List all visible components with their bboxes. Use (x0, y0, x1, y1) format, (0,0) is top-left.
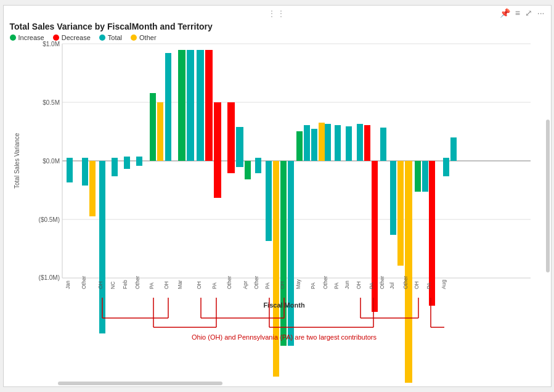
filter-icon[interactable]: ≡ (515, 8, 520, 18)
legend-other: Other (131, 34, 157, 41)
bar-jan-other-other (89, 161, 96, 216)
svg-text:PA: PA (369, 282, 375, 289)
svg-text:Other: Other (379, 276, 385, 289)
svg-text:Other: Other (402, 276, 409, 289)
svg-text:Aug: Aug (441, 280, 447, 289)
svg-text:Jul: Jul (389, 282, 395, 289)
chart-title: Total Sales Variance by FiscalMonth and … (10, 22, 545, 31)
bar-pa-apr-total (266, 161, 272, 241)
svg-text:Apr: Apr (242, 281, 248, 289)
bar-jun-total (346, 126, 352, 161)
legend-increase: Increase (10, 34, 44, 41)
chart-svg: $1.0M $0.5M $0.0M ($0.5M) ($1.0M) (23, 44, 545, 278)
svg-text:($1.0M): ($1.0M) (38, 274, 59, 281)
y-axis-label: Total Sales Variance (10, 44, 23, 278)
bar-pa-feb-increase (150, 93, 156, 161)
legend-total: Total (99, 34, 122, 41)
bar-oh-mar-total (197, 50, 204, 161)
annotation-text: Ohio (OH) and Pennsylvania (PA) are two … (192, 333, 377, 341)
svg-text:$0.0M: $0.0M (43, 158, 60, 165)
bar-jul-total (390, 161, 396, 235)
scrollbar-horizontal[interactable] (58, 382, 222, 385)
svg-text:OH: OH (163, 281, 169, 289)
bar-mar-total (187, 50, 194, 161)
bar-feb-other-total (136, 157, 142, 166)
bar-apr-increase (245, 161, 251, 179)
svg-text:Jun: Jun (344, 280, 350, 289)
bar-other-jul-other (405, 161, 412, 383)
more-icon[interactable]: ··· (537, 8, 545, 18)
bar-other-jun-total (380, 128, 386, 161)
svg-text:OH: OH (413, 281, 420, 289)
legend-total-label: Total (108, 34, 122, 41)
svg-text:PA: PA (211, 282, 218, 289)
bar-other-mar-decrease (227, 102, 235, 173)
chart-card: ⋮⋮ 📌 ≡ ⤢ ··· Total Sales Variance by Fis… (3, 5, 552, 387)
bar-oh-jul-increase (415, 161, 421, 192)
bar-may-increase (296, 131, 303, 161)
bar-aug-total2 (450, 137, 457, 161)
bar-jan-total (67, 158, 73, 182)
drag-handle[interactable]: ⋮⋮ (268, 9, 287, 18)
legend-decrease-label: Decrease (62, 34, 91, 41)
svg-text:PA: PA (333, 282, 340, 289)
bar-other-mar-total (236, 127, 243, 167)
expand-icon[interactable]: ⤢ (525, 8, 532, 18)
svg-text:Other: Other (81, 276, 87, 289)
svg-text:Other: Other (253, 276, 259, 289)
other-dot (131, 35, 137, 41)
svg-text:PA: PA (310, 282, 316, 289)
svg-text:OH: OH (279, 281, 285, 289)
pin-icon[interactable]: 📌 (500, 8, 510, 18)
svg-text:OH: OH (97, 281, 104, 289)
svg-text:OH: OH (356, 281, 362, 289)
bar-jul-other (397, 161, 404, 266)
bar-oh-feb-total (165, 53, 171, 161)
legend: Increase Decrease Total Other (10, 34, 545, 41)
x-label-jan: Jan (65, 280, 71, 289)
bar-pa-may2-total (335, 125, 341, 161)
svg-text:($0.5M): ($0.5M) (38, 216, 59, 223)
bar-pa-mar-decrease (214, 102, 221, 198)
bar-pa-apr-other (273, 161, 279, 377)
svg-text:PA: PA (264, 282, 271, 289)
svg-text:PA: PA (426, 282, 432, 289)
bar-feb-total (124, 157, 130, 169)
bar-pa-may-other (319, 123, 325, 161)
legend-increase-label: Increase (18, 34, 44, 41)
bar-jan-other-total (82, 158, 88, 186)
svg-text:May: May (295, 279, 301, 289)
bar-aug-total (443, 158, 449, 176)
svg-text:Other: Other (134, 276, 141, 289)
svg-text:Mar: Mar (177, 280, 183, 289)
total-dot (99, 35, 105, 41)
legend-other-label: Other (139, 34, 157, 41)
bar-pa-feb-other (157, 102, 163, 161)
bar-oh-apr-total (288, 161, 294, 346)
scrollbar-vertical[interactable] (546, 120, 550, 272)
svg-text:OH: OH (196, 281, 202, 289)
bar-other-may-total (325, 124, 331, 161)
toolbar: 📌 ≡ ⤢ ··· (500, 8, 545, 18)
bar-other-apr-total (255, 158, 261, 173)
svg-text:Other: Other (322, 276, 328, 289)
decrease-dot (53, 35, 59, 41)
bar-nc-total (112, 158, 118, 176)
svg-text:PA: PA (149, 282, 155, 289)
svg-text:NC: NC (110, 282, 116, 289)
bar-oh-jul-total (422, 161, 428, 192)
svg-text:$1.0M: $1.0M (43, 41, 60, 47)
increase-dot (10, 35, 16, 41)
bar-oh-jun-decrease (364, 125, 370, 161)
svg-text:Other: Other (226, 276, 232, 289)
svg-text:$0.5M: $0.5M (43, 99, 60, 106)
bar-oh-jun-total (357, 124, 363, 161)
svg-text:Feb: Feb (122, 280, 128, 289)
bar-pa-may-total (311, 129, 317, 161)
bar-mar-increase (178, 50, 185, 161)
bar-may-total (304, 125, 310, 161)
bar-oh-mar-decrease (205, 50, 213, 161)
